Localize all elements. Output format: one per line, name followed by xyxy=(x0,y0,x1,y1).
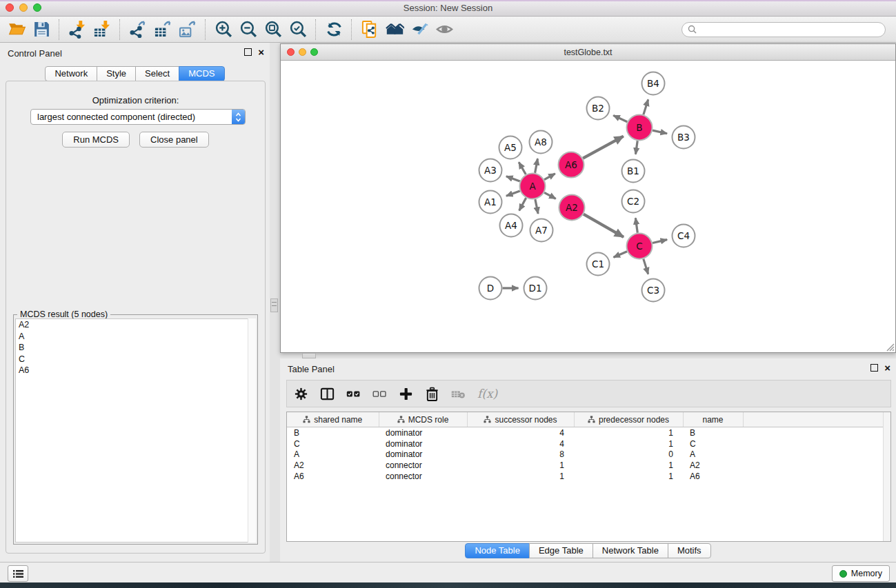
table-row[interactable]: A2connector11A2 xyxy=(287,460,884,471)
tab-edge-table[interactable]: Edge Table xyxy=(529,543,593,558)
tab-node-table[interactable]: Node Table xyxy=(465,543,530,558)
window-resize-grip[interactable] xyxy=(884,341,895,352)
graph-edge-A-A6[interactable] xyxy=(544,174,555,180)
column-header-successor-nodes[interactable]: successor nodes xyxy=(467,412,574,427)
close-panel-icon[interactable]: × xyxy=(258,49,264,55)
result-item[interactable]: A6 xyxy=(16,365,255,376)
network-window-titlebar[interactable]: testGlobe.txt xyxy=(281,44,895,61)
cell-name: A xyxy=(683,449,743,460)
tab-network-table[interactable]: Network Table xyxy=(593,543,668,558)
delete-table-button[interactable] xyxy=(451,385,466,403)
graph-edge-A-A8[interactable] xyxy=(535,159,538,173)
network-canvas[interactable]: AA1A2A3A4A5A6A7A8BB1B2B3B4CC1C2C3C4DD1 xyxy=(281,61,895,352)
save-session-button[interactable] xyxy=(29,19,54,41)
table-scrollbar[interactable] xyxy=(883,412,890,541)
tab-network[interactable]: Network xyxy=(45,66,97,81)
result-item[interactable]: C xyxy=(16,354,255,365)
graph-edge-C-C4[interactable] xyxy=(653,240,667,243)
memory-status-icon xyxy=(839,570,847,578)
graph-edge-A2-C[interactable] xyxy=(584,214,624,237)
export-image-button[interactable] xyxy=(175,19,200,41)
control-panel: Control Panel × NetworkStyleSelectMCDS O… xyxy=(0,43,270,562)
zoom-selected-button[interactable] xyxy=(286,19,310,41)
graph-edge-A-A1[interactable] xyxy=(506,191,520,196)
network-graph[interactable]: AA1A2A3A4A5A6A7A8BB1B2B3B4CC1C2C3C4DD1 xyxy=(281,61,894,351)
run-mcds-button[interactable]: Run MCDS xyxy=(62,132,130,148)
column-header-name[interactable]: name xyxy=(683,412,743,427)
graph-edge-B-B1[interactable] xyxy=(635,141,637,154)
cell-name: A2 xyxy=(683,460,743,471)
float-panel-icon[interactable] xyxy=(244,48,252,56)
graph-edge-A-A4[interactable] xyxy=(519,198,526,210)
table-row[interactable]: Bdominator41B xyxy=(287,427,884,438)
import-network-icon xyxy=(68,20,87,39)
graph-edge-A-A3[interactable] xyxy=(506,176,520,181)
graph-edge-A6-B[interactable] xyxy=(583,136,624,159)
tab-select[interactable]: Select xyxy=(135,66,179,81)
close-panel-button[interactable]: Close panel xyxy=(139,132,209,148)
graph-node-label: C4 xyxy=(677,230,690,241)
column-header-predecessor-nodes[interactable]: predecessor nodes xyxy=(574,412,683,427)
show-tasks-button[interactable] xyxy=(8,565,28,582)
search-input[interactable] xyxy=(700,24,879,35)
hide-panels-button[interactable] xyxy=(407,19,432,41)
result-item[interactable]: A xyxy=(16,331,255,343)
home-view-button[interactable] xyxy=(382,19,407,41)
import-table-button[interactable] xyxy=(90,19,115,41)
graph-edge-A-A2[interactable] xyxy=(544,192,556,199)
tab-motifs[interactable]: Motifs xyxy=(668,543,711,558)
zoom-out-button[interactable] xyxy=(236,19,261,41)
criterion-value: largest connected component (directed) xyxy=(31,112,232,122)
graph-edge-B-B3[interactable] xyxy=(653,130,667,134)
graph-edge-A-A5[interactable] xyxy=(519,162,526,174)
toolbar-separator xyxy=(315,19,317,40)
show-view-button[interactable] xyxy=(432,19,457,41)
graph-edge-A-A7[interactable] xyxy=(535,199,538,214)
graph-edge-C-C3[interactable] xyxy=(644,259,648,274)
search-box[interactable] xyxy=(681,22,886,37)
graph-node-label: B xyxy=(636,122,642,133)
tab-mcds[interactable]: MCDS xyxy=(179,66,224,81)
export-table-button[interactable] xyxy=(150,19,175,41)
close-table-panel-icon[interactable]: × xyxy=(884,365,890,371)
select-all-button[interactable] xyxy=(346,385,361,403)
open-session-button[interactable] xyxy=(4,19,29,41)
graph-edge-C-C1[interactable] xyxy=(613,252,627,258)
result-item[interactable]: B xyxy=(16,342,255,354)
table-settings-button[interactable] xyxy=(294,385,308,403)
export-network-button[interactable] xyxy=(126,19,150,41)
mcds-result-title: MCDS result (5 nodes) xyxy=(17,310,110,319)
graph-edge-B-B2[interactable] xyxy=(613,115,627,121)
refresh-layout-button[interactable] xyxy=(321,19,346,41)
graph-edge-C-C2[interactable] xyxy=(635,218,637,232)
vertical-splitter-grip[interactable] xyxy=(270,298,278,312)
zoom-in-icon xyxy=(215,20,233,39)
import-network-button[interactable] xyxy=(65,19,90,41)
zoom-fit-button[interactable] xyxy=(261,19,286,41)
table-row[interactable]: Adominator80A xyxy=(287,449,884,460)
show-column-panel-button[interactable] xyxy=(320,385,335,403)
criterion-select[interactable]: largest connected component (directed) xyxy=(30,109,246,125)
table-row[interactable]: Cdominator41C xyxy=(287,438,884,449)
memory-button[interactable]: Memory xyxy=(832,565,890,582)
column-header-mcds-role[interactable]: MCDS role xyxy=(379,412,467,427)
tab-style[interactable]: Style xyxy=(97,66,136,81)
deselect-all-button[interactable] xyxy=(372,385,387,403)
zoom-in-button[interactable] xyxy=(211,19,236,41)
float-table-panel-icon[interactable] xyxy=(870,364,878,372)
graph-node-label: A3 xyxy=(484,165,497,176)
table-row[interactable]: A6connector11A6 xyxy=(287,471,884,482)
result-item[interactable]: A2 xyxy=(16,319,255,331)
horizontal-splitter-grip[interactable] xyxy=(302,353,316,358)
toolbar-separator xyxy=(351,19,352,40)
delete-columns-button[interactable] xyxy=(425,385,439,403)
column-header-shared-name[interactable]: shared name xyxy=(287,412,379,427)
table-panel-title: Table Panel xyxy=(288,364,335,374)
graph-edge-B-B4[interactable] xyxy=(644,99,648,114)
create-column-button[interactable] xyxy=(399,385,413,403)
function-builder-button[interactable]: f(x) xyxy=(477,387,497,401)
result-scrollbar[interactable] xyxy=(248,318,256,543)
column-type-icon xyxy=(588,416,595,423)
up-down-chevrons-icon xyxy=(235,112,241,122)
clone-network-button[interactable] xyxy=(357,19,382,41)
